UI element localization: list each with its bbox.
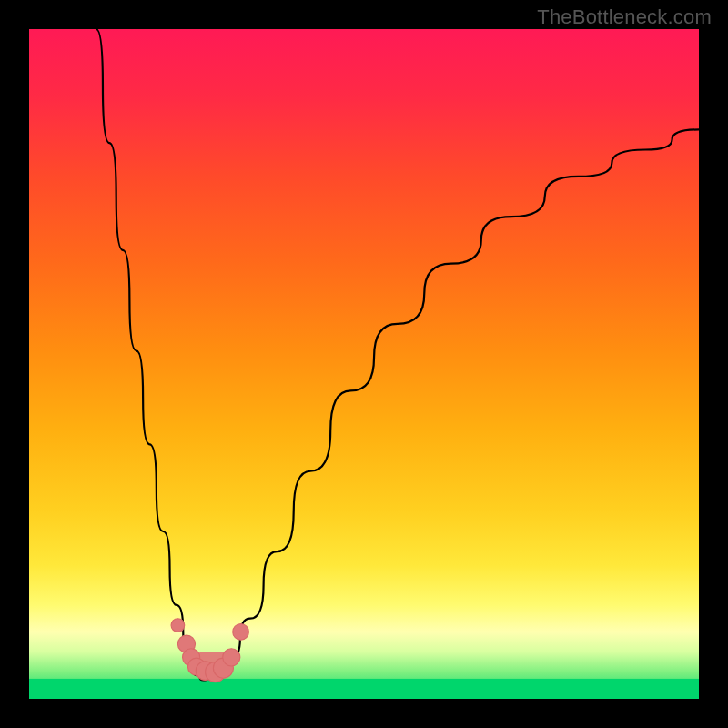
outer-black-frame: TheBottleneck.com bbox=[0, 0, 728, 728]
watermark-text: TheBottleneck.com bbox=[537, 5, 712, 29]
gradient-background bbox=[29, 29, 699, 699]
chart-plot-area bbox=[29, 29, 699, 699]
data-point-marker bbox=[171, 619, 185, 632]
chart-svg bbox=[29, 29, 699, 699]
green-baseline-strip bbox=[29, 679, 699, 699]
data-point-marker bbox=[223, 649, 240, 666]
data-point-marker bbox=[233, 624, 249, 641]
